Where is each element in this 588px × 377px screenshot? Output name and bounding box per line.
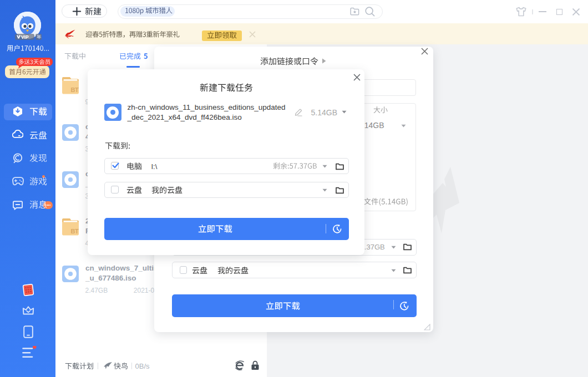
- svg-text:VIP: VIP: [21, 34, 29, 39]
- svg-text:BT: BT: [71, 228, 79, 235]
- svg-text:BT: BT: [71, 86, 79, 93]
